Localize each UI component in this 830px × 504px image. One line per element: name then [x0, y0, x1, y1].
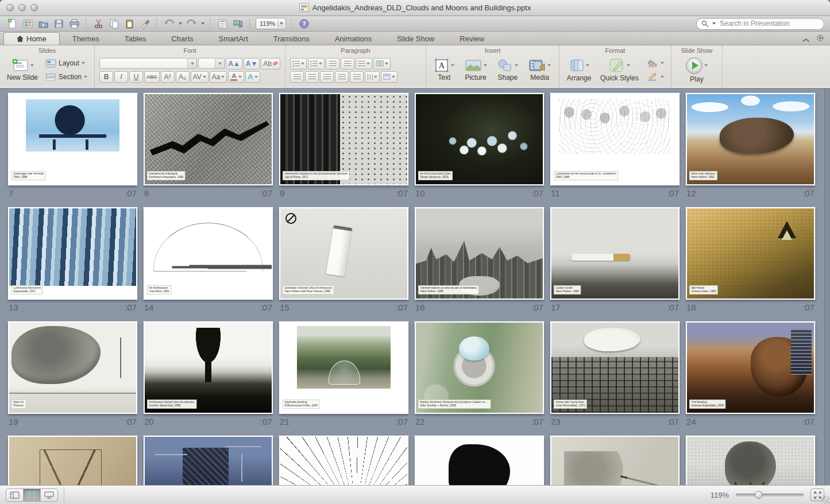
slide-thumbnail[interactable]: Bubble (Hirshhorn Museum and Sculpture G…: [415, 321, 544, 427]
line-spacing-button[interactable]: [356, 58, 372, 69]
text-effects-button[interactable]: A: [245, 71, 260, 83]
slide-thumbnail[interactable]: Boat Lift. Piranesi 19 :07: [8, 321, 137, 427]
font-color-button[interactable]: A: [228, 71, 244, 83]
tab-slide-show[interactable]: Slide Show: [384, 33, 447, 45]
bullets-button[interactable]: [290, 58, 307, 69]
zoom-stepper-caret[interactable]: [277, 20, 284, 28]
slide-thumbnail[interactable]: Skybreak Dwelling R.Buckminster Fuller, …: [279, 321, 408, 427]
paste-icon[interactable]: [123, 18, 136, 30]
clear-formatting-button[interactable]: Ab: [261, 58, 280, 69]
tab-themes[interactable]: Themes: [60, 33, 112, 45]
tab-charts[interactable]: Charts: [159, 33, 206, 45]
decrease-indent-button[interactable]: [326, 58, 339, 69]
undo-menu-caret[interactable]: [179, 22, 182, 25]
slide-thumbnail[interactable]: [8, 436, 137, 486]
numbering-button[interactable]: [308, 58, 325, 69]
section-button[interactable]: Section: [44, 71, 89, 83]
slide-thumbnail[interactable]: Air-Port-City/Cloud Cities Tomas Saracen…: [415, 93, 544, 198]
underline-button[interactable]: U: [129, 71, 143, 83]
slide-thumbnail[interactable]: Architecture School over the Danube, Gun…: [144, 321, 273, 427]
cut-icon[interactable]: [92, 18, 105, 30]
slide-thumbnail[interactable]: Competition for the second plan of St. G…: [550, 93, 680, 198]
slide-thumbnail[interactable]: [415, 436, 544, 486]
search-scope-caret[interactable]: [712, 22, 716, 25]
change-case-button[interactable]: Aa: [210, 71, 227, 83]
copy-icon[interactable]: [107, 18, 120, 30]
open-icon[interactable]: [37, 18, 49, 30]
character-spacing-button[interactable]: AV: [191, 71, 209, 83]
slide-thumbnail[interactable]: Svobodair (Aerosol Office Architecture) …: [279, 207, 408, 312]
increase-indent-button[interactable]: [341, 58, 354, 69]
grow-font-button[interactable]: A▲: [226, 58, 242, 69]
align-right-button[interactable]: [320, 71, 334, 83]
font-name-select[interactable]: [99, 58, 197, 69]
distribute-text-button[interactable]: [350, 71, 364, 83]
new-slide-button[interactable]: New Slide: [5, 58, 40, 82]
presenter-view-button[interactable]: [41, 489, 57, 501]
shape-line-button[interactable]: [645, 71, 666, 83]
slide-sorter-view-button[interactable]: [24, 489, 41, 501]
shrink-font-button[interactable]: A▼: [244, 58, 260, 69]
show-formatting-icon[interactable]: [216, 18, 229, 30]
minimize-button[interactable]: [18, 4, 26, 11]
slide-thumbnail[interactable]: House with Flying Roof Coop Himmelblau, …: [550, 321, 680, 427]
slide-thumbnail[interactable]: Svettamento a Bologna Archizoom Associat…: [144, 93, 273, 198]
zoom-slider-knob[interactable]: [755, 491, 763, 499]
align-center-button[interactable]: [305, 71, 319, 83]
help-icon[interactable]: ?: [298, 18, 310, 30]
arrange-button[interactable]: Arrange: [565, 57, 594, 83]
text-direction-button[interactable]: [365, 71, 380, 83]
media-browser-icon[interactable]: [231, 18, 244, 30]
save-icon[interactable]: [52, 18, 65, 30]
tab-home[interactable]: Home: [3, 32, 60, 45]
slide-thumbnail[interactable]: Intervention towards a new Environmental…: [279, 93, 408, 198]
ribbon-settings-gear-icon[interactable]: [816, 34, 824, 44]
layout-button[interactable]: Layout: [44, 57, 89, 69]
play-slideshow-button[interactable]: Play: [684, 57, 710, 84]
insert-text-button[interactable]: A Text: [432, 58, 457, 82]
columns-button[interactable]: [373, 58, 391, 69]
font-size-select[interactable]: [198, 58, 225, 69]
insert-picture-button[interactable]: Picture: [462, 58, 489, 82]
new-slide-caret[interactable]: [30, 64, 34, 67]
close-button[interactable]: [6, 4, 14, 11]
slide-thumbnail[interactable]: Golden Smart Hans Hollein, 1968 17 :07: [550, 207, 680, 312]
zoom-window-button[interactable]: [30, 4, 38, 11]
slide-thumbnail[interactable]: Transformations (a nose as part of Manha…: [415, 207, 544, 312]
template-gallery-icon[interactable]: [21, 18, 34, 30]
slide-thumbnail[interactable]: [686, 436, 815, 486]
justify-button[interactable]: [335, 71, 349, 83]
undo-icon[interactable]: [163, 18, 175, 30]
vertical-scrollbar[interactable]: [824, 88, 830, 486]
italic-button[interactable]: I: [114, 71, 128, 83]
slide-thumbnail[interactable]: Air Architecture Yves Klein, 1961 14 :07: [144, 207, 273, 312]
format-painter-icon[interactable]: [138, 18, 151, 30]
redo-menu-caret[interactable]: [201, 22, 204, 25]
slide-thumbnail[interactable]: [550, 436, 680, 486]
new-presentation-icon[interactable]: [6, 18, 18, 30]
strikethrough-button[interactable]: ABC: [144, 71, 160, 83]
toolbar-zoom-select[interactable]: 119%: [256, 18, 286, 29]
align-left-button[interactable]: [290, 71, 304, 83]
search-input[interactable]: [719, 19, 819, 28]
slide-thumbnail[interactable]: [144, 436, 273, 486]
align-text-button[interactable]: [381, 71, 397, 83]
window-controls[interactable]: [6, 4, 38, 11]
slide-thumbnail[interactable]: Continuous Monument Superstudio, 1971 13…: [8, 207, 137, 312]
normal-view-button[interactable]: [6, 489, 24, 501]
slide-thumbnail[interactable]: Ball House Andrew Geller, 1959 18 :07: [686, 207, 815, 312]
search-field[interactable]: [696, 18, 824, 30]
tab-smartart[interactable]: SmartArt: [206, 33, 261, 45]
bold-button[interactable]: B: [99, 71, 113, 83]
slide-thumbnail[interactable]: [279, 436, 408, 486]
tab-tables[interactable]: Tables: [112, 33, 159, 45]
insert-shape-button[interactable]: Shape: [495, 58, 520, 82]
slide-thumbnail[interactable]: Rock Over Baroque Hans Hollein, 1962 12 …: [686, 93, 815, 198]
zoom-slider[interactable]: [736, 494, 804, 497]
tab-transitions[interactable]: Transitions: [261, 33, 322, 45]
shape-fill-button[interactable]: [645, 57, 666, 69]
print-icon[interactable]: [68, 18, 80, 30]
superscript-button[interactable]: A²: [161, 71, 175, 83]
slide-thumbnail[interactable]: Zeebrugge Sea Terminal OMA, 1989 7 :07: [8, 93, 137, 198]
collapse-ribbon-icon[interactable]: [802, 37, 808, 41]
